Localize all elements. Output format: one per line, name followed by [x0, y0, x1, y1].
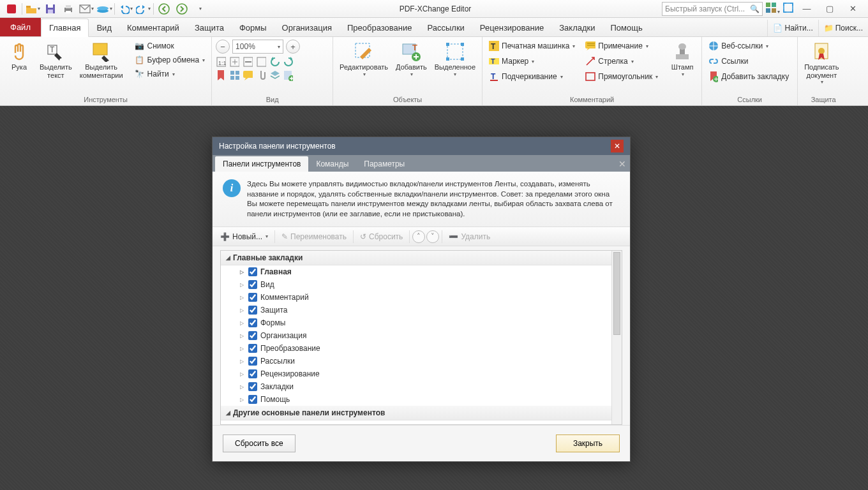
maximize-button[interactable]: ▢: [819, 1, 840, 17]
find-button[interactable]: 📄Найти...: [767, 20, 818, 36]
tree-item[interactable]: ▷Рассылки: [221, 355, 622, 368]
save-icon[interactable]: [41, 1, 59, 17]
rotate-cw-icon[interactable]: [283, 57, 293, 67]
close-button[interactable]: ✕: [842, 1, 863, 17]
add-pane-icon[interactable]: [283, 70, 293, 80]
zoom-input[interactable]: 100%▾: [232, 40, 283, 54]
select-text-tool[interactable]: TВыделить текст: [37, 40, 75, 81]
addbookmark-button[interactable]: Добавить закладку: [706, 70, 791, 83]
quick-launch-input[interactable]: Быстрый запуск (Ctrl...🔍: [662, 2, 763, 16]
dialog-close-button[interactable]: ✕: [611, 140, 624, 152]
tree-item[interactable]: ▷Вид: [221, 278, 622, 291]
rect-button[interactable]: Прямоугольник▾: [583, 70, 661, 83]
snapshot-button[interactable]: 📷Снимок: [132, 40, 208, 52]
close-dialog-button[interactable]: Закрыть: [556, 434, 620, 452]
tree-checkbox[interactable]: [248, 395, 257, 404]
toolbar-tree[interactable]: ◢Главные закладки ▷Главная ▷Вид ▷Коммент…: [220, 250, 622, 425]
move-down-button[interactable]: ˅: [426, 230, 439, 243]
comments-pane-icon[interactable]: [243, 70, 253, 80]
tree-item[interactable]: ▷Защита: [221, 304, 622, 316]
move-up-button[interactable]: ˄: [412, 230, 425, 243]
tree-checkbox[interactable]: [248, 306, 257, 315]
print-icon[interactable]: [59, 1, 77, 17]
fit-width-icon[interactable]: [243, 57, 253, 67]
fit-page-icon[interactable]: [229, 57, 239, 67]
layers-icon[interactable]: [269, 70, 280, 80]
tree-item[interactable]: ▷Рецензирование: [221, 368, 622, 380]
tree-checkbox[interactable]: [248, 267, 257, 276]
tree-checkbox[interactable]: [248, 331, 257, 340]
actual-size-icon[interactable]: 1:1: [216, 57, 226, 67]
rename-button[interactable]: ✎Переименовать: [278, 230, 350, 243]
tree-checkbox[interactable]: [248, 357, 257, 366]
select-comments-tool[interactable]: Выделить комментарии: [77, 40, 126, 81]
fullscreen-icon[interactable]: [782, 2, 794, 16]
tree-item[interactable]: ▷Организация: [221, 329, 622, 342]
dialog-tab-commands[interactable]: Команды: [308, 156, 356, 172]
dialog-tab-params[interactable]: Параметры: [356, 156, 412, 172]
rotate-ccw-icon[interactable]: [269, 57, 280, 67]
tab-help[interactable]: Помощь: [603, 19, 650, 36]
scan-icon[interactable]: ▾: [95, 1, 113, 17]
tab-organize[interactable]: Организация: [274, 19, 340, 36]
tab-review[interactable]: Рецензирование: [472, 19, 551, 36]
dialog-tabs-close-icon[interactable]: ✕: [615, 156, 630, 172]
highlight-button[interactable]: TМаркер▾: [486, 55, 578, 68]
tab-protect[interactable]: Защита: [187, 19, 232, 36]
reset-all-button[interactable]: Сбросить все: [223, 434, 296, 452]
links-button[interactable]: Ссылки: [706, 55, 791, 68]
tab-forms[interactable]: Формы: [232, 19, 274, 36]
search-button[interactable]: 📁Поиск...: [818, 20, 868, 36]
tab-convert[interactable]: Преобразование: [340, 19, 420, 36]
bookmark-icon[interactable]: [216, 70, 226, 80]
fit-visible-icon[interactable]: [256, 57, 266, 67]
tree-checkbox[interactable]: [248, 280, 257, 289]
ui-options-icon[interactable]: ▾: [765, 2, 780, 16]
redo-icon[interactable]: ▾: [134, 1, 152, 17]
tree-item[interactable]: ▷Преобразование: [221, 342, 622, 355]
app-icon[interactable]: [3, 1, 20, 17]
tree-item[interactable]: ▷Главная: [221, 265, 622, 278]
tree-item[interactable]: ▷Закладки: [221, 380, 622, 393]
tree-checkbox[interactable]: [248, 293, 257, 302]
arrow-button[interactable]: Стрелка▾: [583, 55, 661, 68]
reset-button[interactable]: ↺Сбросить: [356, 230, 407, 243]
tree-checkbox[interactable]: [248, 382, 257, 391]
tree-checkbox[interactable]: [248, 369, 257, 378]
zoom-in-button[interactable]: +: [286, 40, 300, 54]
edit-button[interactable]: Редактировать▾: [337, 40, 391, 79]
stamp-button[interactable]: Штамп▾: [667, 40, 698, 79]
nav-fwd-icon[interactable]: [173, 1, 191, 17]
clipboard-button[interactable]: 📋Буфер обмена▾: [132, 54, 208, 66]
tab-view[interactable]: Вид: [89, 19, 119, 36]
tree-checkbox[interactable]: [248, 344, 257, 353]
tree-item[interactable]: ▷Помощь: [221, 393, 622, 406]
tab-comment[interactable]: Комментарий: [119, 19, 187, 36]
tree-item[interactable]: ▷Формы: [221, 316, 622, 329]
minimize-button[interactable]: —: [797, 1, 817, 17]
tab-mail[interactable]: Рассылки: [419, 19, 472, 36]
email-icon[interactable]: ▾: [77, 1, 95, 17]
tree-item[interactable]: ▷Комментарий: [221, 291, 622, 304]
selected-button[interactable]: Выделенное▾: [432, 40, 478, 79]
dialog-tab-toolbars[interactable]: Панели инструментов: [215, 156, 308, 172]
open-icon[interactable]: ▾: [24, 1, 41, 17]
scrollbar-thumb[interactable]: [613, 252, 620, 335]
tab-main[interactable]: Главная: [41, 19, 89, 37]
tree-section-main[interactable]: ◢Главные закладки: [221, 251, 622, 265]
add-button[interactable]: TДобавить▾: [393, 40, 430, 79]
tree-checkbox[interactable]: [248, 318, 257, 327]
qat-customize-icon[interactable]: ▾: [191, 1, 209, 17]
underline-button[interactable]: TПодчеркивание▾: [486, 70, 578, 83]
tab-file[interactable]: Файл: [0, 18, 41, 36]
attachments-icon[interactable]: [256, 70, 266, 80]
weblinks-button[interactable]: Веб-ссылки▾: [706, 40, 791, 52]
zoom-out-button[interactable]: −: [216, 40, 230, 54]
tab-bookmarks[interactable]: Закладки: [551, 19, 602, 36]
sign-button[interactable]: Подписать документ▾: [802, 40, 841, 87]
hand-tool[interactable]: Рука: [4, 40, 34, 73]
note-button[interactable]: Примечание▾: [583, 40, 661, 52]
thumbnails-icon[interactable]: [229, 70, 239, 80]
nav-back-icon[interactable]: [155, 1, 173, 17]
tree-section-other[interactable]: ◢Другие основные панели инструментов: [221, 406, 622, 420]
